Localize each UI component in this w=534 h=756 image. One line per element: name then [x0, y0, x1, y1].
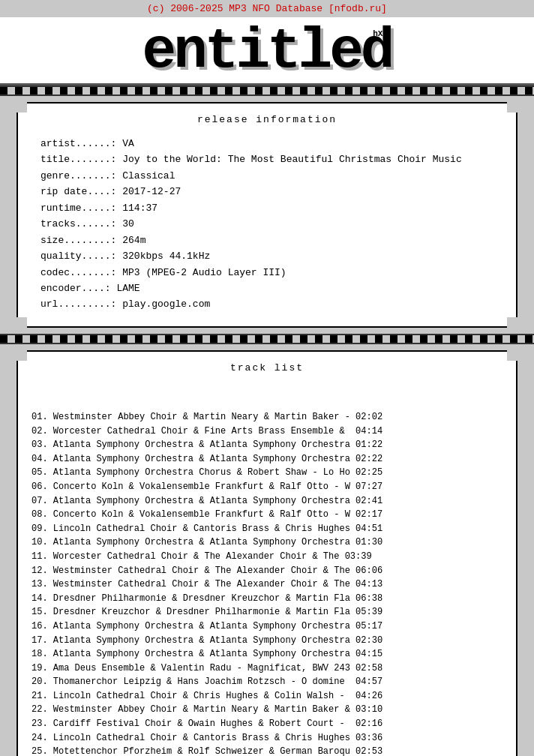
- list-item: 12. Westminster Cathedral Choir & The Al…: [32, 564, 502, 578]
- title-row: title.......: Joy to the World: The Most…: [40, 152, 494, 167]
- list-item: 20. Thomanerchor Leipzig & Hans Joachim …: [32, 675, 502, 689]
- runtime-row: runtime.....: 114:37: [40, 200, 494, 216]
- list-item: 08. Concerto Koln & Vokalensemble Frankf…: [32, 508, 502, 522]
- tracklist-header: track list: [28, 362, 506, 374]
- tl-corner-tr: [507, 350, 518, 361]
- release-panel-header: release information: [40, 114, 494, 125]
- list-item: 15. Dresdner Kreuzchor & Dresdner Philha…: [32, 605, 502, 620]
- release-info: artist......: VA title.......: Joy to th…: [40, 136, 494, 313]
- list-item: 22. Westminster Abbey Choir & Martin Nea…: [32, 703, 502, 717]
- list-item: 14. Dresdner Philharmonie & Dresdner Kre…: [32, 592, 502, 606]
- ripdate-row: rip date....: 2017-12-27: [40, 184, 494, 200]
- copyright-text: (c) 2006-2025 MP3 NFO Database [nfodb.ru…: [147, 3, 387, 14]
- copyright-bar: (c) 2006-2025 MP3 NFO Database [nfodb.ru…: [0, 0, 534, 17]
- list-item: 19. Ama Deus Ensemble & Valentin Radu - …: [32, 662, 502, 676]
- quality-row: quality.....: 320kbps 44.1kHz: [40, 248, 494, 264]
- list-item: 04. Atlanta Symphony Orchestra & Atlanta…: [32, 452, 502, 466]
- encoder-row: encoder....: LAME: [40, 280, 494, 296]
- list-item: 09. Lincoln Cathedral Choir & Cantoris B…: [32, 522, 502, 536]
- track-list-items: 01. Westminster Abbey Choir & Martin Nea…: [28, 382, 506, 756]
- list-item: 21. Lincoln Cathedral Choir & Chris Hugh…: [32, 689, 502, 704]
- size-value: 264m: [122, 235, 146, 246]
- list-item: 06. Concerto Koln & Vokalensemble Frankf…: [32, 480, 502, 494]
- runtime-label: runtime.....:: [40, 202, 116, 214]
- list-item: 25. Motettenchor Pforzheim & Rolf Schwei…: [32, 745, 502, 756]
- genre-row: genre.......: Classical: [40, 168, 494, 184]
- top-divider: [0, 86, 534, 96]
- artist-label: artist......:: [40, 138, 116, 149]
- list-item: 13. Westminster Cathedral Choir & The Al…: [32, 578, 502, 592]
- list-item: 17. Atlanta Symphony Orchestra & Atlanta…: [32, 634, 502, 648]
- list-item: 03. Atlanta Symphony Orchestra & Atlanta…: [32, 438, 502, 452]
- encoder-value: LAME: [116, 283, 140, 294]
- corner-bl: [16, 317, 27, 328]
- artist-value: VA: [122, 138, 134, 149]
- codec-row: codec.......: MP3 (MPEG-2 Audio Layer II…: [40, 265, 494, 280]
- release-section-wrapper: release information artist......: VA tit…: [0, 96, 534, 334]
- genre-value: Classical: [122, 170, 175, 182]
- url-row: url.........: play.google.com: [40, 296, 494, 312]
- codec-value: MP3 (MPEG-2 Audio Layer III): [122, 267, 286, 278]
- tracks-label: tracks......:: [40, 218, 116, 230]
- tl-corner-tl: [16, 350, 27, 361]
- tracklist-section-wrapper: track list 01. Westminster Abbey Choir &…: [0, 344, 534, 756]
- url-value: play.google.com: [122, 298, 210, 310]
- size-label: size........:: [40, 235, 116, 246]
- list-item: 24. Lincoln Cathedral Choir & Cantoris B…: [32, 731, 502, 746]
- list-item: 18. Atlanta Symphony Orchestra & Atlanta…: [32, 647, 502, 662]
- list-item: 16. Atlanta Symphony Orchestra & Atlanta…: [32, 620, 502, 634]
- tracks-value: 30: [122, 218, 134, 230]
- ripdate-value: 2017-12-27: [122, 186, 181, 197]
- list-item: 02. Worcester Cathedral Choir & Fine Art…: [32, 424, 502, 439]
- encoder-label: encoder....:: [40, 283, 111, 294]
- list-item: 07. Atlanta Symphony Orchestra & Atlanta…: [32, 494, 502, 508]
- site-logo: entitled: [142, 23, 392, 80]
- corner-tr: [507, 102, 518, 112]
- url-label: url.........:: [40, 298, 116, 310]
- list-item: 10. Atlanta Symphony Orchestra & Atlanta…: [32, 536, 502, 550]
- list-item: 01. Westminster Abbey Choir & Martin Nea…: [32, 410, 502, 424]
- list-item: 11. Worcester Cathedral Choir & The Alex…: [32, 550, 502, 564]
- quality-label: quality.....:: [40, 250, 116, 262]
- hx-badge: hX!: [373, 29, 388, 38]
- size-row: size........: 264m: [40, 232, 494, 248]
- ripdate-label: rip date....:: [40, 186, 116, 197]
- corner-tl: [16, 102, 27, 112]
- title-value: Joy to the World: The Most Beautiful Chr…: [122, 154, 461, 165]
- tracks-row: tracks......: 30: [40, 216, 494, 232]
- genre-label: genre.......:: [40, 170, 116, 182]
- middle-divider: [0, 334, 534, 344]
- title-label: title.......:: [40, 154, 116, 165]
- list-item: 23. Cardiff Festival Choir & Owain Hughe…: [32, 717, 502, 731]
- artist-row: artist......: VA: [40, 136, 494, 152]
- codec-label: codec.......:: [40, 267, 116, 278]
- runtime-value: 114:37: [122, 202, 158, 214]
- tracklist-panel: track list 01. Westminster Abbey Choir &…: [16, 350, 518, 756]
- quality-value: 320kbps 44.1kHz: [122, 250, 210, 262]
- corner-br: [507, 317, 518, 328]
- release-panel: release information artist......: VA tit…: [16, 102, 518, 328]
- list-item: 05. Atlanta Symphony Orchestra Chorus & …: [32, 466, 502, 480]
